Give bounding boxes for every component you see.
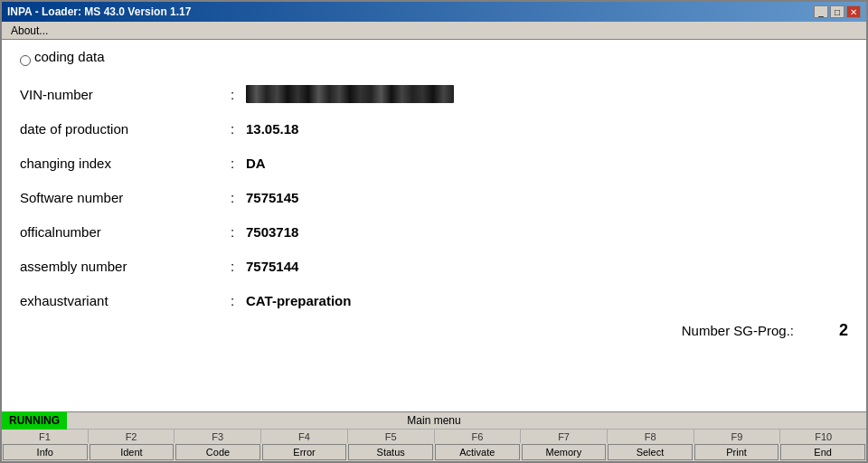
main-menu-label: Main menu xyxy=(407,414,460,427)
fkey-f2: F2 xyxy=(89,430,175,443)
fkey-f3: F3 xyxy=(175,430,261,443)
on-colon: : xyxy=(219,224,246,240)
ev-label: exhaustvariant xyxy=(20,293,219,308)
activate-button[interactable]: Activate xyxy=(435,444,520,460)
status-bar: RUNNING Main menu F1 F2 F3 F4 F5 F6 F7 F… xyxy=(2,411,866,461)
on-value: 7503718 xyxy=(246,224,298,240)
select-button[interactable]: Select xyxy=(608,444,693,460)
an-colon: : xyxy=(219,259,246,274)
vin-label: VIN-number xyxy=(20,87,219,102)
section-header: coding data xyxy=(34,49,105,64)
main-window: INPA - Loader: MS 43.0 Version 1.17 _ □ … xyxy=(0,0,868,463)
dop-value: 13.05.18 xyxy=(246,121,298,137)
fkey-f4: F4 xyxy=(261,430,348,443)
an-value: 7575144 xyxy=(246,259,298,274)
fkey-f9: F9 xyxy=(694,430,781,443)
title-bar: INPA - Loader: MS 43.0 Version 1.17 _ □ … xyxy=(2,2,866,22)
ident-button[interactable]: Ident xyxy=(90,444,175,460)
status-button[interactable]: Status xyxy=(348,444,433,460)
close-button[interactable]: ✕ xyxy=(846,5,861,18)
fkey-f6: F6 xyxy=(435,430,522,443)
ci-label: changing index xyxy=(20,156,219,171)
table-row: exhaustvariant : CAT-preparation xyxy=(20,283,848,317)
end-button[interactable]: End xyxy=(780,444,865,460)
about-menu-item[interactable]: About... xyxy=(5,24,53,38)
status-top: RUNNING Main menu xyxy=(2,412,866,429)
data-table: VIN-number : date of production : 13.05.… xyxy=(20,77,848,317)
sw-label: Software number xyxy=(20,190,219,205)
fkey-f8: F8 xyxy=(608,430,694,443)
dop-colon: : xyxy=(219,121,246,137)
fkey-row: F1 F2 F3 F4 F5 F6 F7 F8 F9 F10 xyxy=(2,429,866,443)
fkey-f1: F1 xyxy=(2,430,89,443)
vin-colon: : xyxy=(219,87,246,102)
table-row: Software number : 7575145 xyxy=(20,180,848,214)
on-label: officalnumber xyxy=(20,224,219,240)
maximize-button[interactable]: □ xyxy=(830,5,844,18)
ci-value: DA xyxy=(246,156,266,171)
table-row: VIN-number : xyxy=(20,77,848,111)
table-row: officalnumber : 7503718 xyxy=(20,214,848,249)
ev-value: CAT-preparation xyxy=(246,293,351,308)
sw-colon: : xyxy=(219,190,246,205)
running-badge: RUNNING xyxy=(2,411,67,430)
table-row: date of production : 13.05.18 xyxy=(20,111,848,146)
menu-bar: About... xyxy=(2,22,866,40)
sw-value: 7575145 xyxy=(246,190,298,205)
window-title: INPA - Loader: MS 43.0 Version 1.17 xyxy=(7,5,191,18)
error-button[interactable]: Error xyxy=(262,444,347,460)
radio-row: coding data xyxy=(20,49,848,71)
dop-label: date of production xyxy=(20,121,219,137)
code-button[interactable]: Code xyxy=(175,444,260,460)
fkey-f5: F5 xyxy=(348,430,435,443)
content-area: coding data VIN-number : date of product… xyxy=(2,40,866,411)
sg-prog-label: Number SG-Prog.: xyxy=(682,323,794,338)
ci-colon: : xyxy=(219,156,246,171)
fkey-f10: F10 xyxy=(780,430,866,443)
minimize-button[interactable]: _ xyxy=(814,5,828,18)
table-row: assembly number : 7575144 xyxy=(20,249,848,283)
info-button[interactable]: Info xyxy=(3,444,88,460)
title-bar-buttons: _ □ ✕ xyxy=(814,5,861,18)
table-row: changing index : DA xyxy=(20,146,848,180)
sg-prog-value: 2 xyxy=(812,321,848,340)
vin-value xyxy=(246,85,454,103)
an-label: assembly number xyxy=(20,259,219,274)
button-row: Info Ident Code Error Status Activate Me… xyxy=(2,443,866,461)
radio-button[interactable] xyxy=(20,55,31,66)
print-button[interactable]: Print xyxy=(694,444,779,460)
fkey-f7: F7 xyxy=(521,430,608,443)
memory-button[interactable]: Memory xyxy=(522,444,607,460)
ev-colon: : xyxy=(219,293,246,308)
sg-prog-row: Number SG-Prog.: 2 xyxy=(20,321,848,340)
